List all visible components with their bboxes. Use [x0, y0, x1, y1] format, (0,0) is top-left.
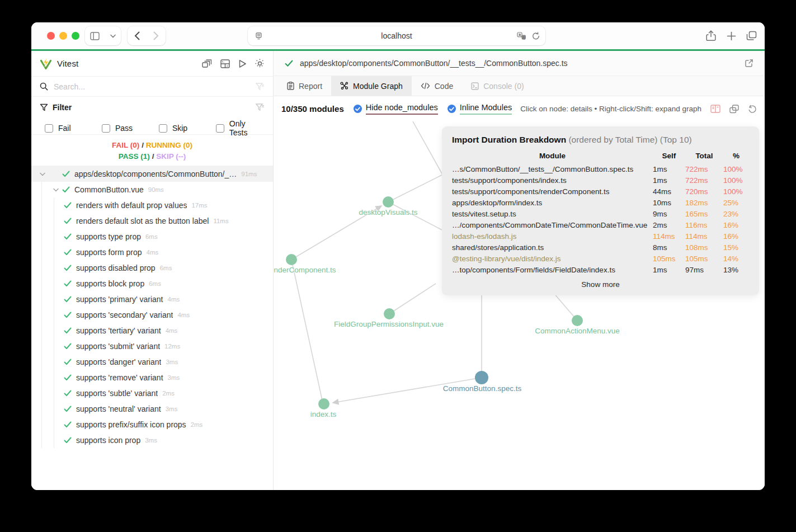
test-case-row[interactable]: supports icon prop3ms [31, 432, 273, 448]
theme-sun-icon[interactable] [255, 59, 265, 68]
address-bar[interactable]: localhost あ [248, 26, 545, 45]
hide-node-modules-toggle[interactable]: Hide node_modules [354, 103, 438, 115]
sidebar-toggle-icon[interactable] [90, 32, 100, 40]
test-case-row[interactable]: renders with default prop values17ms [31, 197, 273, 213]
graph-hint: Click on node: details • Right-click/Shi… [520, 105, 701, 113]
tab-report[interactable]: Report [278, 76, 331, 96]
tab-module-graph[interactable]: Module Graph [331, 76, 412, 96]
share-button[interactable] [706, 30, 716, 41]
dashboard-icon[interactable] [220, 59, 230, 68]
close-window-button[interactable] [47, 32, 55, 40]
test-case-row[interactable]: supports 'tertiary' variant4ms [31, 323, 273, 338]
chevron-down-icon[interactable] [110, 34, 116, 38]
search-bar[interactable]: Search... [31, 76, 273, 97]
graph-node-label[interactable]: CommonActionMenu.vue [535, 327, 620, 335]
details-book-icon[interactable] [710, 105, 720, 113]
graph-node[interactable] [572, 315, 583, 326]
report-icon [287, 82, 294, 90]
graph-node-label[interactable]: CommonButton.spec.ts [443, 384, 521, 393]
graph-node-label[interactable]: renderComponent.ts [274, 266, 336, 274]
check-icon [62, 186, 70, 193]
test-case-row[interactable]: supports disabled prop6ms [31, 260, 273, 276]
graph-node[interactable] [286, 254, 297, 265]
search-placeholder[interactable]: Search... [54, 82, 85, 91]
reload-icon[interactable] [532, 32, 540, 40]
check-icon [64, 280, 72, 287]
checked-checkbox-icon[interactable] [354, 105, 362, 113]
zoom-window-button[interactable] [72, 32, 79, 40]
code-icon [421, 82, 430, 90]
clear-filter-icon[interactable] [256, 103, 265, 111]
browser-titlebar: localhost あ [31, 22, 765, 49]
graph-node[interactable] [383, 196, 394, 208]
vitest-logo-icon [40, 58, 52, 69]
open-external-icon[interactable] [745, 59, 753, 68]
col-pct: % [723, 150, 749, 163]
graph-node-label[interactable]: index.ts [310, 410, 337, 418]
skip-checkbox[interactable] [159, 124, 167, 133]
filter-option-pass[interactable]: Pass [97, 119, 154, 137]
test-case-row[interactable]: supports prefix/suffix icon props2ms [31, 417, 273, 432]
graph-node-label[interactable]: FieldGroupPermissionsInput.vue [334, 320, 444, 328]
check-icon [64, 327, 72, 334]
inline-modules-toggle[interactable]: Inline Modules [448, 103, 512, 115]
test-case-row[interactable]: supports type prop6ms [31, 229, 273, 244]
show-more-link[interactable]: Show more [452, 280, 749, 289]
run-tests-icon[interactable] [238, 59, 247, 68]
cascade-windows-icon[interactable] [202, 59, 212, 68]
test-case-row[interactable]: supports 'subtle' variant2ms [31, 385, 273, 401]
check-icon [64, 202, 72, 209]
check-icon [64, 374, 72, 381]
url-text[interactable]: localhost [248, 31, 545, 40]
check-icon [64, 218, 72, 224]
expand-graph-icon[interactable] [729, 105, 739, 114]
graph-node-label[interactable]: desktopVisuals.ts [359, 208, 418, 216]
graph-node[interactable] [318, 398, 329, 409]
tab-console[interactable]: Console (0) [462, 76, 533, 96]
test-suite-row[interactable]: CommonButton.vue90ms [31, 182, 273, 197]
back-button[interactable] [134, 31, 140, 40]
graph-node-root[interactable] [475, 371, 488, 384]
test-case-row[interactable]: supports form prop4ms [31, 244, 273, 260]
chevron-down-icon[interactable] [40, 172, 45, 176]
fail-count: FAIL (0) [112, 141, 139, 149]
tab-code[interactable]: Code [412, 76, 462, 96]
chevron-down-icon[interactable] [53, 188, 59, 192]
check-icon [64, 249, 72, 256]
only-tests-checkbox[interactable] [216, 124, 224, 133]
test-case-row[interactable]: supports 'primary' variant4ms [31, 291, 273, 307]
tab-overview-button[interactable] [746, 31, 757, 41]
table-row: …/components/CommonDateTime/CommonDateTi… [452, 219, 749, 230]
pass-checkbox[interactable] [102, 124, 110, 133]
test-case-row[interactable]: supports 'secondary' variant4ms [31, 307, 273, 323]
fail-checkbox[interactable] [45, 124, 53, 133]
module-graph-canvas[interactable]: desktopVisuals.ts renderComponent.ts Fie… [274, 121, 765, 490]
reset-graph-icon[interactable] [748, 105, 757, 114]
forward-button[interactable] [153, 31, 159, 40]
test-case-row[interactable]: supports 'submit' variant12ms [31, 338, 273, 354]
test-case-row[interactable]: supports 'remove' variant3ms [31, 370, 273, 385]
new-tab-button[interactable] [727, 31, 736, 41]
translate-icon[interactable]: あ [517, 32, 526, 40]
file-path: apps/desktop/components/CommonButton/__t… [300, 59, 568, 68]
test-case-row[interactable]: supports block prop6ms [31, 276, 273, 291]
check-icon [62, 171, 70, 177]
test-case-row[interactable]: renders default slot as the button label… [31, 213, 273, 229]
filter-option-skip[interactable]: Skip [154, 119, 211, 137]
graph-node[interactable] [384, 308, 395, 319]
main-panel: apps/desktop/components/CommonButton/__t… [274, 51, 765, 490]
filter-option-fail[interactable]: Fail [40, 119, 97, 137]
test-file-row[interactable]: apps/desktop/components/CommonButton/_…9… [31, 166, 273, 182]
table-row: tests/vitest.setup.ts9ms165ms23% [452, 208, 749, 219]
clear-search-filter-icon[interactable] [256, 83, 265, 91]
filter-option-only-tests[interactable]: Only Tests [211, 119, 265, 137]
filter-panel: Filter Fail Pass Skip Only Tests [31, 97, 273, 135]
table-row: lodash-es/lodash.js114ms114ms16% [452, 230, 749, 242]
test-case-row[interactable]: supports 'neutral' variant3ms [31, 401, 273, 417]
sidebar-toggle-group[interactable] [85, 26, 121, 45]
test-case-row[interactable]: supports 'danger' variant3ms [31, 354, 273, 370]
check-icon [64, 265, 72, 271]
checked-checkbox-icon[interactable] [448, 105, 456, 113]
minimize-window-button[interactable] [59, 32, 67, 40]
check-icon [64, 437, 72, 444]
